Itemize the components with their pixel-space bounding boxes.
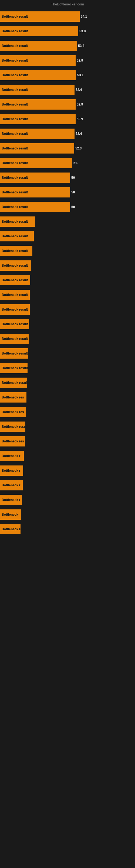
header: TheBottlenecker.com xyxy=(0,0,135,9)
bar-container: Bottleneck result52.3 xyxy=(0,143,82,154)
bar: Bottleneck result xyxy=(0,187,70,197)
bar-value: 52.9 xyxy=(77,102,83,106)
bar: Bottleneck result xyxy=(0,290,30,300)
bar: Bottleneck result xyxy=(0,85,75,95)
bar-label: Bottleneck res xyxy=(2,396,24,399)
bar-label: Bottleneck result xyxy=(2,366,28,370)
bar-label: Bottleneck result xyxy=(2,249,28,253)
bar: Bottleneck result xyxy=(0,41,77,51)
bar-label: Bottleneck result xyxy=(2,190,28,194)
bar-label: Bottleneck result xyxy=(2,220,28,223)
bar: Bottleneck res xyxy=(0,407,26,417)
bar: Bottleneck r xyxy=(0,451,24,461)
bar-label: Bottleneck result xyxy=(2,293,28,297)
bar-label: Bottleneck result xyxy=(2,337,28,341)
bar-value: 53.8 xyxy=(79,29,86,33)
bar-container: Bottleneck result xyxy=(0,422,26,432)
bar-container: Bottleneck re xyxy=(0,524,20,534)
bar-row: Bottleneck r xyxy=(0,478,135,492)
bar: Bottleneck result xyxy=(0,70,76,80)
bar: Bottleneck result xyxy=(0,363,28,373)
bar: Bottleneck result xyxy=(0,334,29,344)
bar-container: Bottleneck result xyxy=(0,334,29,344)
bar: Bottleneck result xyxy=(0,143,74,154)
bar-row: Bottleneck result xyxy=(0,244,135,258)
bar: Bottleneck xyxy=(0,509,21,520)
bar-row: Bottleneck result52.9 xyxy=(0,112,135,126)
bar: Bottleneck r xyxy=(0,495,22,505)
bar-row: Bottleneck res xyxy=(0,434,135,448)
bar-value: 50 xyxy=(71,176,75,180)
bar-container: Bottleneck result53.8 xyxy=(0,26,86,36)
bar: Bottleneck result xyxy=(0,304,30,315)
bar-value: 52.9 xyxy=(77,59,83,62)
bar: Bottleneck res xyxy=(0,436,25,446)
bar-container: Bottleneck r xyxy=(0,480,23,490)
bar-container: Bottleneck res xyxy=(0,436,25,446)
bar-container: Bottleneck result50 xyxy=(0,187,75,197)
bar-container: Bottleneck result51. xyxy=(0,158,78,168)
bar-container: Bottleneck xyxy=(0,509,21,520)
bar-container: Bottleneck r xyxy=(0,465,23,476)
bar-label: Bottleneck r xyxy=(2,498,20,502)
bar-row: Bottleneck result xyxy=(0,346,135,361)
bar: Bottleneck result xyxy=(0,26,78,36)
bar-label: Bottleneck result xyxy=(2,29,28,33)
bar-row: Bottleneck result51. xyxy=(0,156,135,170)
bar-row: Bottleneck result xyxy=(0,273,135,287)
bar-label: Bottleneck result xyxy=(2,264,28,268)
bar-value: 53.1 xyxy=(77,73,83,77)
bar-label: Bottleneck res xyxy=(2,439,24,443)
bar-value: 50 xyxy=(71,205,75,209)
bar-label: Bottleneck xyxy=(2,513,18,517)
bar-row: Bottleneck result52.4 xyxy=(0,127,135,141)
bar-value: 52.4 xyxy=(76,132,82,135)
bar-label: Bottleneck r xyxy=(2,469,20,472)
bar-container: Bottleneck result xyxy=(0,304,30,315)
bar-row: Bottleneck result xyxy=(0,258,135,273)
bar-value: 53.3 xyxy=(78,44,84,48)
bar: Bottleneck result xyxy=(0,422,26,432)
site-title: TheBottlenecker.com xyxy=(51,2,84,6)
bar-value: 50 xyxy=(71,190,75,194)
bar-row: Bottleneck result xyxy=(0,215,135,229)
bar-container: Bottleneck result xyxy=(0,363,28,373)
bar-container: Bottleneck result52.4 xyxy=(0,129,82,139)
bar-label: Bottleneck res xyxy=(2,410,24,414)
bar-container: Bottleneck result xyxy=(0,231,34,241)
bar-row: Bottleneck result xyxy=(0,317,135,331)
bar-row: Bottleneck result52.4 xyxy=(0,83,135,97)
bar-container: Bottleneck result xyxy=(0,216,35,227)
bar-container: Bottleneck result xyxy=(0,378,27,388)
bar-row: Bottleneck result xyxy=(0,288,135,302)
bar-container: Bottleneck result50 xyxy=(0,173,75,183)
bar-container: Bottleneck result xyxy=(0,319,29,329)
bar-container: Bottleneck result53.3 xyxy=(0,41,84,51)
bar: Bottleneck result xyxy=(0,114,76,124)
bar-label: Bottleneck result xyxy=(2,381,28,384)
bar: Bottleneck result xyxy=(0,275,30,285)
bar-label: Bottleneck result xyxy=(2,132,28,135)
bar-container: Bottleneck result xyxy=(0,260,31,271)
bar-value: 51. xyxy=(74,161,78,165)
bar-container: Bottleneck result52.9 xyxy=(0,55,83,66)
bar: Bottleneck result xyxy=(0,319,29,329)
bar-label: Bottleneck result xyxy=(2,322,28,326)
bar-container: Bottleneck r xyxy=(0,495,22,505)
bar-row: Bottleneck result xyxy=(0,420,135,434)
bar-label: Bottleneck r xyxy=(2,454,20,458)
bars-container: Bottleneck result54.1Bottleneck result53… xyxy=(0,9,135,536)
bar-container: Bottleneck res xyxy=(0,407,26,417)
bar-label: Bottleneck result xyxy=(2,351,28,355)
bar-row: Bottleneck result xyxy=(0,376,135,390)
bar-row: Bottleneck result53.8 xyxy=(0,24,135,38)
bar-row: Bottleneck r xyxy=(0,493,135,507)
bar-row: Bottleneck result50 xyxy=(0,200,135,214)
bar: Bottleneck result xyxy=(0,173,70,183)
bar: Bottleneck result xyxy=(0,202,70,212)
bar-container: Bottleneck result54.1 xyxy=(0,11,87,22)
bar: Bottleneck result xyxy=(0,231,34,241)
bar-row: Bottleneck res xyxy=(0,405,135,419)
bar-row: Bottleneck result54.1 xyxy=(0,9,135,24)
bar-row: Bottleneck result xyxy=(0,332,135,346)
